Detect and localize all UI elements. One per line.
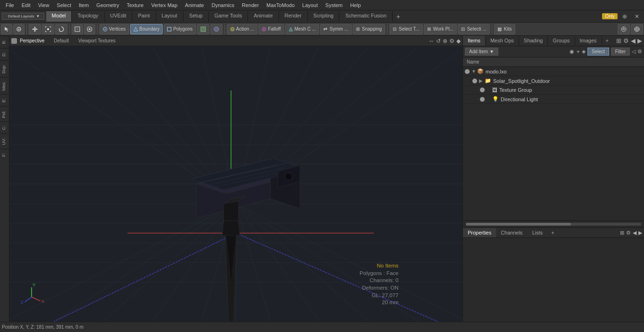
menu-animate[interactable]: Animate: [181, 1, 207, 9]
tab-mesh-ops[interactable]: Mesh Ops: [486, 36, 519, 46]
items-minus-icon[interactable]: ◁: [632, 49, 636, 55]
viewport-refresh-icon[interactable]: ↺: [436, 38, 441, 44]
tool-shape[interactable]: [197, 24, 209, 34]
viewport-3d[interactable]: No Items Polygons : Face Channels: 0 Def…: [9, 46, 462, 322]
tab-setup[interactable]: Setup: [183, 11, 209, 22]
viewport-diamond-icon[interactable]: ◆: [456, 38, 461, 44]
add-item-button[interactable]: Add Item ▼: [465, 48, 498, 56]
sidebar-tab-uv[interactable]: UV:: [0, 134, 9, 149]
menu-render[interactable]: Render: [238, 1, 263, 9]
viewport-swap-icon[interactable]: ↔: [429, 38, 434, 44]
menu-view[interactable]: View: [34, 1, 53, 9]
sidebar-tab-c[interactable]: C:: [0, 121, 9, 134]
tree-item-modo-lxo[interactable]: ▼ 📦 modo.lxo: [463, 67, 644, 76]
tool-scale[interactable]: [42, 24, 54, 34]
layout-expand-icon[interactable]: ⊕: [619, 12, 630, 21]
tab-render[interactable]: Render: [279, 11, 308, 22]
tab-schematic-fusion[interactable]: Schematic Fusion: [339, 11, 392, 22]
prop-tab-add[interactable]: +: [547, 228, 558, 237]
menu-maxtomodo[interactable]: MaxToModo: [263, 1, 298, 9]
tab-paint[interactable]: Paint: [132, 11, 156, 22]
items-ref-icon[interactable]: ◈: [582, 49, 586, 55]
tab-model[interactable]: Model: [46, 11, 72, 22]
tool-rotate[interactable]: [55, 24, 67, 34]
tool-camera-icon[interactable]: [618, 24, 630, 34]
tool-work-pl[interactable]: ⊠ Work Pl...: [424, 24, 457, 34]
prop-tab-properties[interactable]: Properties: [463, 228, 496, 237]
tool-snapping[interactable]: ⊞ Snapping: [353, 24, 385, 34]
tool-sphere[interactable]: [210, 24, 223, 34]
tool-icon1[interactable]: [72, 24, 83, 34]
tree-item-dir-light[interactable]: ▶ 💡 Directional Light: [463, 95, 644, 104]
tool-falloff[interactable]: Falloff: [258, 24, 284, 34]
tool-icon2[interactable]: [84, 24, 95, 34]
sidebar-tab-f[interactable]: F:: [0, 149, 9, 161]
viewport-indicator[interactable]: [11, 38, 17, 44]
tool-boundary[interactable]: Boundary: [130, 24, 163, 34]
prop-settings-icon[interactable]: ⚙: [626, 230, 631, 236]
panel-arrow-right-icon[interactable]: ▶: [637, 37, 642, 44]
tree-label-texture-group[interactable]: Texture Group: [499, 87, 532, 93]
sidebar-tab-e[interactable]: E:: [0, 94, 9, 106]
prop-tab-channels[interactable]: Channels: [496, 228, 527, 237]
tool-kits[interactable]: ▦ Kits: [494, 24, 515, 34]
tree-vis-modo-lxo[interactable]: [465, 69, 470, 74]
viewport-settings-icon[interactable]: ⚙: [449, 38, 454, 44]
tree-label-dir-light[interactable]: Directional Light: [501, 97, 538, 102]
tree-item-solar[interactable]: ▶ 📁 Solar_Spotlight_Outdoor: [463, 76, 644, 86]
tool-select-cursor[interactable]: [1, 24, 12, 34]
menu-system[interactable]: System: [322, 1, 347, 9]
tree-vis-dir-light[interactable]: [480, 97, 485, 102]
tool-select-t[interactable]: ⊟ Select T...: [389, 24, 423, 34]
tab-game-tools[interactable]: Game Tools: [209, 11, 248, 22]
viewport-label-perspective[interactable]: Perspective: [20, 38, 44, 43]
menu-select[interactable]: Select: [53, 1, 75, 9]
tool-selecti[interactable]: ⊟ Selecti ...: [458, 24, 490, 34]
prop-arrow-left-icon[interactable]: ◀: [633, 230, 636, 236]
tool-vertices[interactable]: Vertices: [99, 24, 129, 34]
panel-expand-icon[interactable]: ⊞: [616, 37, 621, 44]
tab-shading[interactable]: Shading: [519, 36, 548, 46]
layout-dropdown[interactable]: Default Layouts ▼: [2, 13, 44, 20]
prop-arrow-right-icon[interactable]: ▶: [638, 230, 642, 236]
tree-scrollbar[interactable]: [466, 223, 641, 226]
menu-texture[interactable]: Texture: [123, 1, 148, 9]
tool-globe-icon[interactable]: [631, 24, 643, 34]
menu-vertex-map[interactable]: Vertex Map: [148, 1, 182, 9]
tab-uvedit[interactable]: UVEdit: [105, 11, 132, 22]
tab-items[interactable]: Items: [463, 36, 486, 46]
tree-scroll-thumb[interactable]: [466, 223, 571, 226]
tree-item-texture-group[interactable]: ▶ 🖼 Texture Group: [463, 86, 644, 95]
tab-topology[interactable]: Topology: [72, 11, 104, 22]
sidebar-tab-b[interactable]: B:: [0, 36, 9, 48]
menu-edit[interactable]: Edit: [18, 1, 34, 9]
menu-help[interactable]: Help: [347, 1, 365, 9]
sidebar-tab-pol[interactable]: Pol:: [0, 106, 9, 122]
sidebar-tab-mes[interactable]: Mes:: [0, 77, 9, 95]
tool-symm[interactable]: ⇄ Symm ...: [320, 24, 351, 34]
prop-expand-icon[interactable]: ⊞: [620, 230, 624, 236]
tool-polygons[interactable]: Polygons: [164, 24, 196, 34]
tab-scripting[interactable]: Scripting: [308, 11, 340, 22]
items-add-icon[interactable]: +: [576, 48, 580, 55]
items-filter-button[interactable]: Filter: [611, 48, 630, 56]
tree-label-solar[interactable]: Solar_Spotlight_Outdoor: [493, 78, 550, 84]
menu-layout[interactable]: Layout: [298, 1, 322, 9]
menu-geometry[interactable]: Geometry: [92, 1, 123, 9]
tree-label-modo-lxo[interactable]: modo.lxo: [486, 69, 507, 74]
panel-tab-add[interactable]: +: [602, 36, 612, 46]
tool-lasso[interactable]: [13, 24, 25, 34]
layout-tab-add[interactable]: +: [393, 11, 404, 22]
items-select-button[interactable]: Select: [587, 48, 609, 56]
menu-file[interactable]: File: [2, 1, 18, 9]
tool-action[interactable]: Action ...: [227, 24, 258, 34]
viewport-fit-icon[interactable]: ⊕: [443, 38, 447, 44]
menu-dynamics[interactable]: Dynamics: [208, 1, 238, 9]
viewport-label-textures[interactable]: Viewport Textures: [78, 38, 116, 43]
panel-settings-icon[interactable]: ⚙: [623, 37, 629, 44]
tree-expand-modo-lxo[interactable]: ▼: [471, 69, 476, 74]
tool-move[interactable]: [29, 24, 41, 34]
layout-close-icon[interactable]: ✕: [632, 12, 642, 21]
items-vis-icon[interactable]: ◉: [570, 49, 574, 55]
viewport-label-default[interactable]: Default: [54, 38, 69, 43]
